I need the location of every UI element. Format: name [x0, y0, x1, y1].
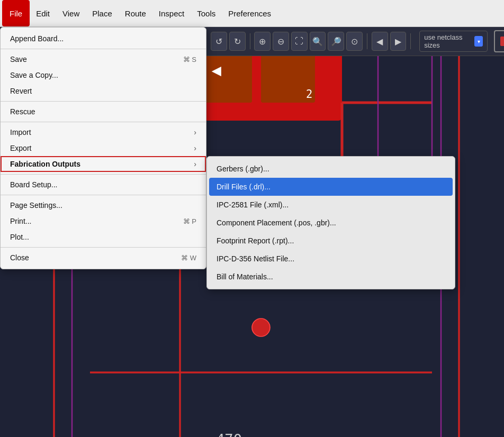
fab-ipc2581[interactable]: IPC-2581 File (.xml)... — [207, 196, 455, 214]
layer-badge[interactable]: F.Cu (PgUp) — [494, 30, 504, 52]
svg-text:470: 470 — [216, 431, 242, 437]
menu-board-setup[interactable]: Board Setup... — [1, 177, 206, 193]
fab-gerbers[interactable]: Gerbers (.gbr)... — [207, 160, 455, 178]
menu-append-board[interactable]: Append Board... — [1, 31, 206, 47]
sep3 — [410, 33, 411, 49]
sep1 — [250, 33, 250, 49]
menu-save-copy[interactable]: Save a Copy... — [1, 67, 206, 83]
menu-export[interactable]: Export › — [1, 140, 206, 156]
zoom-center-btn[interactable]: 🔎 — [328, 32, 344, 51]
menu-import[interactable]: Import › — [1, 124, 206, 140]
fab-ipc-d356[interactable]: IPC-D-356 Netlist File... — [207, 250, 455, 268]
menu-file[interactable]: File — [2, 0, 30, 26]
netclass-label: use netclass sizes — [424, 33, 471, 49]
menu-close[interactable]: Close ⌘ W — [1, 250, 206, 266]
menu-edit[interactable]: Edit — [30, 0, 56, 26]
fab-footprint-report[interactable]: Footprint Report (.rpt)... — [207, 232, 455, 250]
menu-route[interactable]: Route — [119, 0, 152, 26]
menu-place[interactable]: Place — [86, 0, 119, 26]
sep2 — [367, 33, 367, 49]
zoom-in-btn[interactable]: ⊕ — [254, 32, 271, 51]
menu-fabrication[interactable]: Fabrication Outputs › — [1, 156, 206, 172]
sep3 — [1, 122, 206, 122]
fab-bom[interactable]: Bill of Materials... — [207, 268, 455, 286]
svg-text:◀: ◀ — [211, 61, 221, 79]
menu-plot[interactable]: Plot... — [1, 229, 206, 245]
menu-print[interactable]: Print... ⌘ P — [1, 213, 206, 229]
redo-btn[interactable]: ↻ — [229, 32, 246, 51]
zoom-out-btn[interactable]: ⊖ — [273, 32, 289, 51]
menu-save[interactable]: Save ⌘ S — [1, 51, 206, 67]
back-btn[interactable]: ◀ — [372, 32, 388, 51]
svg-text:2: 2 — [306, 88, 312, 101]
sep1 — [1, 49, 206, 49]
export-arrow: › — [194, 144, 196, 152]
netclass-selector[interactable]: use netclass sizes ▾ — [419, 31, 488, 52]
sep5 — [1, 195, 206, 195]
forward-btn[interactable]: ▶ — [390, 32, 407, 51]
file-menu: Append Board... Save ⌘ S Save a Copy... … — [0, 27, 206, 269]
select-btn[interactable]: ⊙ — [346, 32, 363, 51]
menu-tools[interactable]: Tools — [191, 0, 222, 26]
sep4 — [1, 174, 206, 175]
import-arrow: › — [194, 128, 196, 136]
zoom-area-btn[interactable]: 🔍 — [310, 32, 326, 51]
menu-page-settings[interactable]: Page Settings... — [1, 197, 206, 213]
menu-rescue[interactable]: Rescue — [1, 104, 206, 120]
zoom-fit-btn[interactable]: ⛶ — [291, 32, 308, 51]
fab-submenu: Gerbers (.gbr)... Drill Files (.drl)... … — [206, 156, 455, 289]
menubar: File Edit View Place Route Inspect Tools… — [0, 0, 504, 27]
fab-arrow: › — [194, 160, 196, 168]
sep6 — [1, 247, 206, 248]
fab-comp-placement[interactable]: Component Placement (.pos, .gbr)... — [207, 214, 455, 232]
menu-view[interactable]: View — [56, 0, 86, 26]
layer-color-swatch — [500, 37, 504, 46]
undo-btn[interactable]: ↺ — [211, 32, 227, 51]
menu-preferences[interactable]: Preferences — [222, 0, 277, 26]
netclass-dropdown-arrow[interactable]: ▾ — [474, 36, 483, 47]
menu-inspect[interactable]: Inspect — [152, 0, 191, 26]
sep2 — [1, 101, 206, 102]
menu-revert[interactable]: Revert — [1, 83, 206, 99]
svg-point-20 — [252, 318, 270, 336]
fab-drill-files[interactable]: Drill Files (.drl)... — [209, 178, 453, 196]
